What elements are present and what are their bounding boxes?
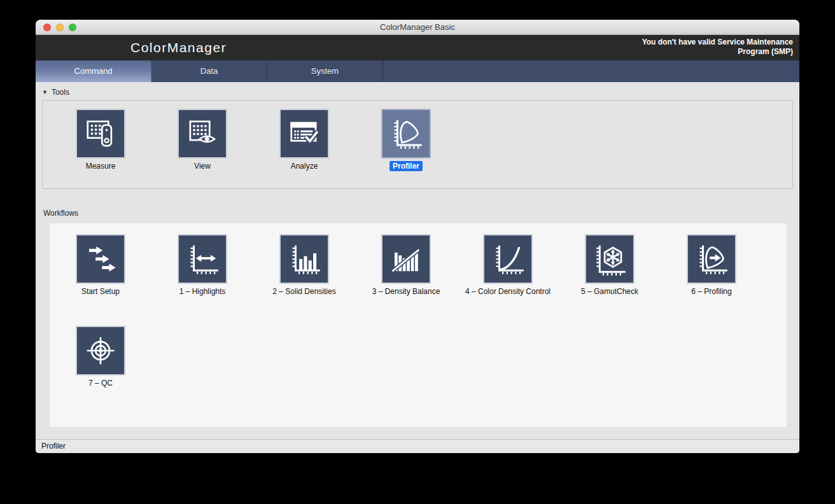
workflow-label: 5 – GamutCheck: [581, 287, 638, 296]
workflows-row-1: Start Setup 1 – Highlights: [50, 234, 787, 296]
tool-label-analyze: Analyze: [291, 162, 318, 171]
workflow-start-setup[interactable]: Start Setup: [50, 234, 151, 296]
smp-warning-line2: Program (SMP): [642, 47, 793, 57]
window-title: ColorManager Basic: [36, 20, 799, 34]
workflows-panel: Start Setup 1 – Highlights: [50, 223, 787, 427]
tool-label-measure: Measure: [86, 162, 116, 171]
gamutcheck-icon: [585, 234, 635, 284]
close-window-icon[interactable]: [43, 24, 51, 31]
tool-profiler[interactable]: Profiler: [355, 109, 457, 188]
highlights-icon: [178, 234, 227, 284]
start-setup-icon: [76, 234, 125, 284]
color-density-control-icon: [483, 234, 533, 284]
density-balance-icon: [381, 234, 431, 284]
zoom-window-icon[interactable]: [69, 24, 76, 31]
workflow-gamutcheck[interactable]: 5 – GamutCheck: [559, 234, 661, 296]
window-titlebar[interactable]: ColorManager Basic: [36, 20, 799, 35]
tools-section-label: Tools: [52, 88, 69, 97]
workflows-row-2: 7 – QC: [50, 326, 787, 388]
workflow-highlights[interactable]: 1 – Highlights: [151, 234, 253, 296]
tools-section-header[interactable]: ▼ Tools: [42, 88, 69, 97]
smp-warning-line1: You don't have valid Service Maintenance: [642, 38, 793, 47]
app-logo: ColorManager: [130, 40, 227, 55]
workflow-density-balance[interactable]: 3 – Density Balance: [355, 234, 457, 296]
view-icon: [178, 109, 227, 158]
status-bar: Profiler: [36, 439, 799, 453]
main-tab-bar: Command Data System: [36, 60, 799, 82]
workflow-label: 3 – Density Balance: [372, 287, 440, 296]
workflow-qc[interactable]: 7 – QC: [50, 326, 151, 388]
smp-warning: You don't have valid Service Maintenance…: [642, 38, 793, 57]
profiling-icon: [687, 234, 736, 284]
workflow-color-density-control[interactable]: 4 – Color Density Control: [457, 234, 559, 296]
workflow-label: 1 – Highlights: [179, 287, 226, 296]
traffic-lights: [43, 24, 76, 31]
tool-view[interactable]: View: [151, 109, 253, 188]
tool-label-view: View: [194, 162, 211, 171]
tool-analyze[interactable]: Analyze: [253, 109, 355, 188]
minimize-window-icon[interactable]: [56, 24, 64, 31]
workflow-profiling[interactable]: 6 – Profiling: [661, 234, 762, 296]
workflow-solid-densities[interactable]: 2 – Solid Densities: [253, 234, 355, 296]
workflow-label: 2 – Solid Densities: [272, 287, 335, 296]
app-window: ColorManager Basic ColorManager You don'…: [36, 20, 799, 453]
workflow-label: 7 – QC: [88, 379, 113, 388]
workflow-label: 4 – Color Density Control: [465, 287, 551, 296]
analyze-icon: [279, 109, 329, 158]
solid-densities-icon: [279, 234, 329, 284]
tool-measure[interactable]: Measure: [50, 109, 151, 188]
status-text: Profiler: [41, 442, 66, 451]
workflow-label: 6 – Profiling: [691, 287, 731, 296]
command-page: ▼ Tools: [36, 82, 799, 439]
collapse-triangle-icon[interactable]: ▼: [42, 89, 48, 95]
tab-data[interactable]: Data: [151, 60, 267, 82]
tool-label-profiler: Profiler: [389, 162, 423, 171]
brand-header: ColorManager You don't have valid Servic…: [36, 35, 799, 60]
profiler-icon: [381, 109, 431, 158]
workflows-section-label: Workflows: [43, 209, 78, 218]
qc-icon: [76, 326, 125, 375]
tab-system[interactable]: System: [267, 60, 383, 82]
tab-command[interactable]: Command: [36, 60, 151, 82]
workflow-label: Start Setup: [81, 287, 120, 296]
tools-panel: Measure View: [42, 100, 793, 189]
measure-icon: [76, 109, 125, 158]
profiler-selected-label: Profiler: [389, 161, 423, 171]
